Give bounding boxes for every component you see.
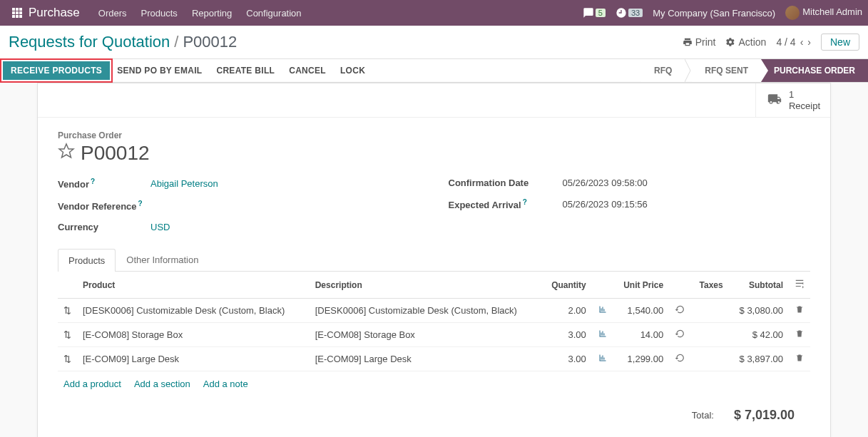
nav-products[interactable]: Products bbox=[141, 8, 178, 19]
svg-rect-5 bbox=[19, 11, 22, 14]
svg-rect-1 bbox=[16, 8, 19, 11]
cell-price[interactable]: 1,540.00 bbox=[613, 299, 669, 323]
expected-arrival-value[interactable]: 05/26/2023 09:15:56 bbox=[563, 199, 648, 210]
print-label: Print bbox=[695, 36, 716, 48]
table-row[interactable]: ⇅[E-COM09] Large Desk[E-COM09] Large Des… bbox=[58, 347, 810, 371]
cell-taxes[interactable] bbox=[690, 347, 728, 371]
discuss-icon[interactable]: 5 bbox=[583, 7, 606, 19]
cell-subtotal: $ 3,080.00 bbox=[729, 299, 789, 323]
pager-prev[interactable]: ‹ bbox=[800, 36, 804, 48]
print-button[interactable]: Print bbox=[683, 36, 716, 48]
cell-qty[interactable]: 3.00 bbox=[541, 347, 591, 371]
activities-count: 33 bbox=[628, 9, 643, 17]
receipt-count: 1 bbox=[789, 89, 820, 101]
currency-value[interactable]: USD bbox=[150, 222, 170, 232]
cell-description[interactable]: [DESK0006] Customizable Desk (Custom, Bl… bbox=[310, 299, 542, 323]
drag-handle-icon[interactable]: ⇅ bbox=[58, 323, 77, 347]
drag-handle-icon[interactable]: ⇅ bbox=[58, 347, 77, 371]
help-icon[interactable]: ? bbox=[523, 198, 527, 206]
pager-text: 4 / 4 bbox=[776, 36, 795, 48]
col-options-icon[interactable] bbox=[789, 272, 810, 299]
form-title-label: Purchase Order bbox=[58, 130, 810, 140]
col-subtotal: Subtotal bbox=[729, 272, 789, 299]
table-row[interactable]: ⇅[DESK0006] Customizable Desk (Custom, B… bbox=[58, 299, 810, 323]
forecast-icon[interactable] bbox=[592, 323, 613, 347]
drag-handle-icon[interactable]: ⇅ bbox=[58, 299, 77, 323]
svg-rect-7 bbox=[16, 15, 19, 18]
forecast-icon[interactable] bbox=[592, 299, 613, 323]
apps-icon[interactable] bbox=[11, 7, 23, 19]
new-button[interactable]: New bbox=[821, 34, 859, 51]
svg-rect-2 bbox=[19, 8, 22, 11]
action-button[interactable]: Action bbox=[725, 36, 766, 48]
stage-purchase-order[interactable]: PURCHASE ORDER bbox=[761, 59, 868, 82]
tab-products[interactable]: Products bbox=[58, 249, 116, 272]
currency-label: Currency bbox=[58, 222, 150, 232]
order-name: P00012 bbox=[81, 142, 150, 165]
nav-configuration[interactable]: Configuration bbox=[246, 8, 301, 19]
activities-icon[interactable]: 33 bbox=[616, 7, 643, 19]
cell-taxes[interactable] bbox=[690, 323, 728, 347]
help-icon[interactable]: ? bbox=[91, 178, 95, 185]
delete-icon[interactable] bbox=[789, 347, 810, 371]
company-switcher[interactable]: My Company (San Francisco) bbox=[653, 8, 775, 19]
nav-orders[interactable]: Orders bbox=[98, 8, 127, 19]
status-bar: RFQ RFQ SENT PURCHASE ORDER bbox=[641, 59, 868, 82]
add-note-link[interactable]: Add a note bbox=[203, 379, 248, 389]
confirm-date-label: Confirmation Date bbox=[449, 178, 563, 188]
action-label: Action bbox=[738, 36, 766, 48]
priority-star-icon[interactable] bbox=[58, 142, 75, 165]
stage-rfq[interactable]: RFQ bbox=[641, 59, 685, 82]
send-po-button[interactable]: SEND PO BY EMAIL bbox=[110, 62, 209, 79]
tab-other-info[interactable]: Other Information bbox=[116, 248, 209, 271]
total-label: Total: bbox=[692, 410, 714, 421]
svg-rect-0 bbox=[12, 8, 15, 11]
user-menu[interactable]: Mitchell Admin bbox=[785, 6, 862, 20]
cell-description[interactable]: [E-COM09] Large Desk bbox=[310, 347, 542, 371]
cell-price[interactable]: 1,299.00 bbox=[613, 347, 669, 371]
confirm-date-value: 05/26/2023 09:58:00 bbox=[563, 178, 648, 188]
delete-icon[interactable] bbox=[789, 299, 810, 323]
cell-qty[interactable]: 3.00 bbox=[541, 323, 591, 347]
form-sheet: 1 Receipt Purchase Order P00012 Vendor? … bbox=[37, 83, 831, 437]
breadcrumb-root[interactable]: Requests for Quotation bbox=[9, 33, 170, 51]
delete-icon[interactable] bbox=[789, 323, 810, 347]
vendor-ref-label: Vendor Reference? bbox=[58, 200, 150, 212]
stage-rfq-sent[interactable]: RFQ SENT bbox=[692, 59, 761, 82]
history-icon[interactable] bbox=[669, 323, 690, 347]
cell-taxes[interactable] bbox=[690, 299, 728, 323]
col-description: Description bbox=[310, 272, 542, 299]
msg-count: 5 bbox=[596, 9, 606, 17]
cell-price[interactable]: 14.00 bbox=[613, 323, 669, 347]
history-icon[interactable] bbox=[669, 299, 690, 323]
add-product-link[interactable]: Add a product bbox=[63, 379, 121, 389]
history-icon[interactable] bbox=[669, 347, 690, 371]
lock-button[interactable]: LOCK bbox=[333, 62, 372, 79]
cell-subtotal: $ 42.00 bbox=[729, 323, 789, 347]
cell-description[interactable]: [E-COM08] Storage Box bbox=[310, 323, 542, 347]
cell-product[interactable]: [DESK0006] Customizable Desk (Custom, Bl… bbox=[77, 299, 310, 323]
cell-qty[interactable]: 2.00 bbox=[541, 299, 591, 323]
svg-marker-9 bbox=[59, 144, 73, 158]
cancel-button[interactable]: CANCEL bbox=[282, 62, 333, 79]
app-name[interactable]: Purchase bbox=[29, 6, 80, 20]
nav-reporting[interactable]: Reporting bbox=[192, 8, 232, 19]
create-bill-button[interactable]: CREATE BILL bbox=[209, 62, 282, 79]
forecast-icon[interactable] bbox=[592, 347, 613, 371]
help-icon[interactable]: ? bbox=[138, 200, 143, 207]
col-unit-price: Unit Price bbox=[613, 272, 669, 299]
col-product: Product bbox=[77, 272, 310, 299]
table-row[interactable]: ⇅[E-COM08] Storage Box[E-COM08] Storage … bbox=[58, 323, 810, 347]
action-bar: RECEIVE PRODUCTS SEND PO BY EMAIL CREATE… bbox=[0, 58, 868, 83]
pager-next[interactable]: › bbox=[807, 36, 811, 48]
tabs: Products Other Information bbox=[58, 248, 810, 272]
receipt-stat-button[interactable]: 1 Receipt bbox=[755, 83, 830, 117]
total-value: $ 7,019.00 bbox=[734, 408, 795, 423]
receive-products-button[interactable]: RECEIVE PRODUCTS bbox=[3, 61, 110, 80]
vendor-value[interactable]: Abigail Peterson bbox=[150, 178, 218, 189]
cell-product[interactable]: [E-COM09] Large Desk bbox=[77, 347, 310, 371]
svg-rect-8 bbox=[19, 15, 22, 18]
cell-product[interactable]: [E-COM08] Storage Box bbox=[77, 323, 310, 347]
add-section-link[interactable]: Add a section bbox=[134, 379, 190, 389]
cell-subtotal: $ 3,897.00 bbox=[729, 347, 789, 371]
